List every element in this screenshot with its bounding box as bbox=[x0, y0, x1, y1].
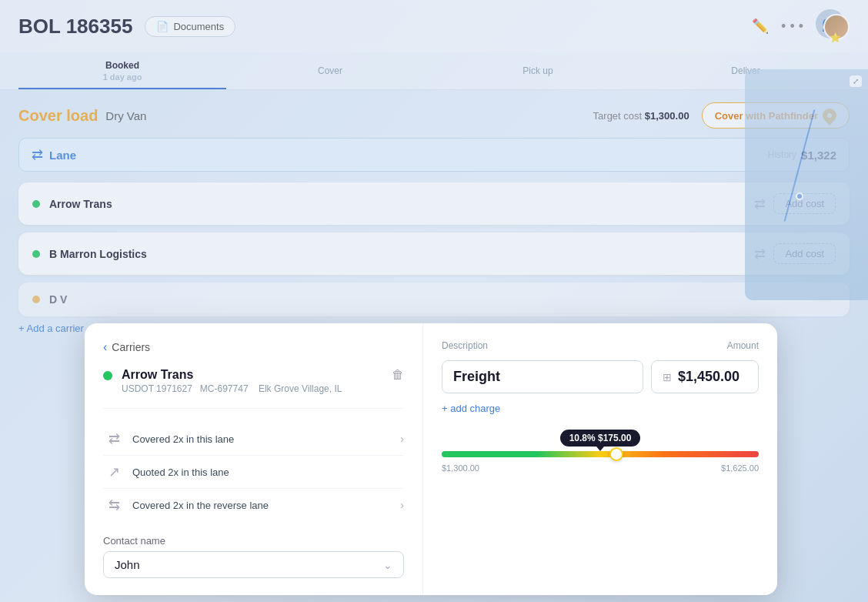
modal-right-panel: Description Amount ⊞ $1,450.00 + add cha… bbox=[423, 323, 777, 595]
carrier-location: Elk Grove Village, IL bbox=[259, 383, 342, 394]
add-charge-link[interactable]: + add charge bbox=[442, 403, 500, 414]
quoted-lane-text: Quoted 2x in this lane bbox=[132, 467, 229, 478]
gauge-thumb[interactable] bbox=[609, 447, 623, 461]
stat-quoted-lane: ↗ Quoted 2x in this lane bbox=[103, 456, 404, 489]
contact-value: John bbox=[115, 558, 383, 571]
gauge-track[interactable] bbox=[442, 451, 759, 457]
contact-section: Contact name John ⌄ bbox=[103, 535, 404, 578]
stat-covered-lane[interactable]: ⇄ Covered 2x in this lane › bbox=[103, 423, 404, 456]
carrier-detail-meta: USDOT 1971627 MC-697747 Elk Grove Villag… bbox=[122, 383, 342, 394]
carrier-detail-name: Arrow Trans bbox=[122, 368, 342, 382]
gauge-section: 10.8% $175.00 $1,300.00 $1,625.00 bbox=[442, 430, 759, 473]
description-input[interactable] bbox=[442, 360, 643, 393]
modal-left-panel: ‹ Carriers Arrow Trans USDOT 1971627 MC-… bbox=[85, 323, 423, 595]
back-arrow-icon: ‹ bbox=[103, 340, 107, 354]
amount-input-wrapper[interactable]: ⊞ $1,450.00 bbox=[651, 360, 759, 393]
description-col-label: Description bbox=[442, 340, 488, 351]
cost-header-row: Description Amount bbox=[442, 340, 759, 351]
quoted-lane-icon: ↗ bbox=[103, 463, 125, 480]
carrier-detail-row: Arrow Trans USDOT 1971627 MC-697747 Elk … bbox=[103, 368, 404, 409]
carrier-mc: MC-697747 bbox=[200, 383, 249, 394]
gauge-bubble: 10.8% $175.00 bbox=[560, 430, 641, 446]
reverse-lane-chevron: › bbox=[400, 499, 404, 511]
stat-reverse-lane[interactable]: ⇆ Covered 2x in the reverse lane › bbox=[103, 489, 404, 521]
back-to-carriers[interactable]: ‹ Carriers bbox=[103, 340, 404, 354]
covered-lane-chevron: › bbox=[400, 433, 404, 445]
carrier-detail-dot bbox=[103, 371, 112, 380]
delete-carrier-button[interactable]: 🗑 bbox=[392, 368, 404, 382]
contact-label: Contact name bbox=[103, 535, 404, 547]
gauge-min-label: $1,300.00 bbox=[442, 463, 479, 473]
back-label: Carriers bbox=[112, 341, 150, 353]
contact-chevron-icon: ⌄ bbox=[383, 559, 392, 571]
amount-value: $1,450.00 bbox=[678, 369, 739, 385]
stats-list: ⇄ Covered 2x in this lane › ↗ Quoted 2x … bbox=[103, 423, 404, 521]
gauge-labels: $1,300.00 $1,625.00 bbox=[442, 463, 759, 473]
cost-row: ⊞ $1,450.00 bbox=[442, 360, 759, 393]
covered-lane-text: Covered 2x in this lane bbox=[132, 433, 234, 445]
covered-lane-icon: ⇄ bbox=[103, 430, 125, 447]
calculator-icon: ⊞ bbox=[663, 371, 672, 383]
gauge-max-label: $1,625.00 bbox=[721, 463, 759, 473]
contact-input-row[interactable]: John ⌄ bbox=[103, 551, 404, 578]
carrier-usdot: USDOT 1971627 bbox=[122, 383, 192, 394]
reverse-lane-text: Covered 2x in the reverse lane bbox=[132, 500, 269, 511]
carrier-cost-modal: ‹ Carriers Arrow Trans USDOT 1971627 MC-… bbox=[85, 323, 777, 595]
reverse-lane-icon: ⇆ bbox=[103, 497, 125, 513]
amount-col-label: Amount bbox=[727, 340, 759, 351]
carrier-detail-info: Arrow Trans USDOT 1971627 MC-697747 Elk … bbox=[122, 368, 342, 394]
gauge-tooltip: 10.8% $175.00 bbox=[442, 430, 759, 446]
